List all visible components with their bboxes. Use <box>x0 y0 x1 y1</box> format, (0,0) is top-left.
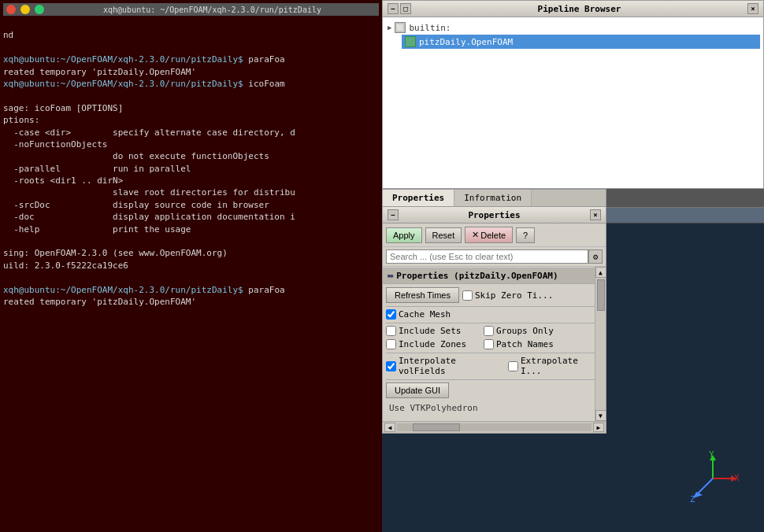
skip-zero-times-row: Skip Zero Ti... <box>462 290 557 301</box>
panel-title-btns-right: × <box>590 209 601 220</box>
interpolate-checkbox[interactable] <box>386 361 396 371</box>
zones-patch-row: Include Zones Patch Names <box>386 339 603 349</box>
x-axis-label: X <box>734 473 740 483</box>
search-row: ⚙ <box>383 247 606 267</box>
patch-names-item: Patch Names <box>484 339 578 349</box>
pipeline-builtin-icon: ⬜ <box>395 22 406 33</box>
props-close-btn[interactable]: × <box>590 209 601 220</box>
update-gui-row: Update GUI <box>386 382 603 398</box>
sets-groups-row: Include Sets Groups Only <box>386 326 603 336</box>
vertical-scrollbar[interactable]: ▲ ▼ <box>595 267 606 421</box>
refresh-times-button[interactable]: Refresh Times <box>386 287 459 303</box>
terminal-panel: xqh@ubuntu: ~/OpenFOAM/xqh-2.3.0/run/pit… <box>0 0 382 532</box>
pipeline-content: ▶ ⬜ builtin: pitzDaily.OpenFOAM <box>383 17 763 188</box>
extrapolate-label: Extrapolate I... <box>521 356 603 376</box>
panel-title-btns-left: − <box>388 209 399 220</box>
patch-names-label: Patch Names <box>496 339 554 349</box>
terminal-content[interactable]: nd xqh@ubuntu:~/OpenFOAM/xqh-2.3.0/run/p… <box>3 17 379 320</box>
include-sets-item: Include Sets <box>386 326 480 336</box>
pipeline-minimize-btn[interactable]: − <box>388 3 399 14</box>
properties-tabs: Properties Information <box>383 190 606 207</box>
scroll-track-h <box>397 423 592 431</box>
scroll-up-btn[interactable]: ▲ <box>595 267 606 278</box>
vtk-row: Use VTKPolyhedron <box>386 401 603 415</box>
divider-3 <box>386 353 603 353</box>
help-button[interactable]: ? <box>516 227 535 243</box>
pipeline-item-pitzDaily[interactable]: pitzDaily.OpenFOAM <box>402 35 760 49</box>
interpolate-extrapolate-row: Interpolate volFields Extrapolate I... <box>386 356 603 376</box>
terminal-maximize-btn[interactable] <box>35 5 44 14</box>
include-sets-checkbox[interactable] <box>386 326 396 336</box>
vtk-label: Use VTKPolyhedron <box>386 401 481 415</box>
cache-mesh-row: Cache Mesh <box>386 309 603 320</box>
tab-information[interactable]: Information <box>454 190 532 206</box>
include-zones-label: Include Zones <box>399 339 466 349</box>
pipeline-browser-title: Pipeline Browser <box>411 4 747 14</box>
delete-label: Delete <box>480 231 506 240</box>
groups-only-item: Groups Only <box>484 326 578 336</box>
terminal-title: xqh@ubuntu: ~/OpenFOAM/xqh-2.3.0/run/pit… <box>49 6 376 14</box>
scroll-right-btn[interactable]: ▶ <box>593 423 604 432</box>
delete-button[interactable]: ✕ Delete <box>465 227 513 243</box>
scroll-down-btn[interactable]: ▼ <box>595 410 606 421</box>
pipeline-item-label-pitzDaily: pitzDaily.OpenFOAM <box>419 37 513 47</box>
apply-button[interactable]: Apply <box>386 227 422 243</box>
properties-panel: Properties Information − Properties × Ap… <box>382 189 606 434</box>
pipeline-close-btn[interactable]: × <box>747 3 758 14</box>
z-axis-label: Z <box>690 494 695 504</box>
section-title: Properties (pitzDaily.OpenFOAM) <box>396 271 558 281</box>
interpolate-item: Interpolate volFields <box>386 356 505 376</box>
horizontal-scrollbar[interactable]: ◀ ▶ <box>383 421 606 433</box>
expand-arrow-icon: ▶ <box>388 24 391 31</box>
refresh-times-row: Refresh Times Skip Zero Ti... <box>386 287 603 303</box>
section-icon: ▬ <box>388 270 393 281</box>
pipeline-item-label-builtin: builtin: <box>409 23 451 33</box>
scroll-left-btn[interactable]: ◀ <box>384 423 395 432</box>
tab-properties[interactable]: Properties <box>383 190 454 206</box>
pipeline-maximize-btn[interactable]: □ <box>400 3 411 14</box>
props-min-btn[interactable]: − <box>388 209 399 220</box>
divider-4 <box>386 379 603 380</box>
pipeline-browser-title-bar: − □ Pipeline Browser × <box>383 1 763 17</box>
update-gui-button[interactable]: Update GUI <box>386 382 449 398</box>
pipeline-browser-panel: − □ Pipeline Browser × ▶ ⬜ builtin: pitz… <box>382 0 764 189</box>
groups-only-checkbox[interactable] <box>484 326 494 336</box>
search-input[interactable] <box>386 249 588 264</box>
terminal-close-btn[interactable] <box>6 5 16 14</box>
pipeline-pitzDaily-icon <box>405 36 416 47</box>
reset-button[interactable]: Reset <box>425 227 462 243</box>
cache-mesh-checkbox-item: Cache Mesh <box>386 309 480 320</box>
groups-only-label: Groups Only <box>496 326 554 336</box>
include-zones-checkbox[interactable] <box>386 339 396 349</box>
terminal-title-bar: xqh@ubuntu: ~/OpenFOAM/xqh-2.3.0/run/pit… <box>3 3 379 16</box>
divider-2 <box>386 323 603 323</box>
search-gear-icon[interactable]: ⚙ <box>588 249 603 264</box>
cache-mesh-label: Cache Mesh <box>399 309 451 320</box>
pipeline-item-builtin[interactable]: ▶ ⬜ builtin: <box>386 20 760 35</box>
terminal-minimize-btn[interactable] <box>20 5 30 14</box>
include-sets-label: Include Sets <box>399 326 461 336</box>
skip-zero-times-checkbox[interactable] <box>462 290 473 301</box>
patch-names-checkbox[interactable] <box>484 339 494 349</box>
properties-content: Refresh Times Skip Zero Ti... Cache Mesh <box>383 284 606 421</box>
properties-sub-title-text: Properties <box>468 210 520 220</box>
divider-1 <box>386 306 603 307</box>
svg-line-4 <box>697 478 713 494</box>
scroll-thumb-h[interactable] <box>413 423 460 431</box>
delete-icon: ✕ <box>472 230 479 240</box>
extrapolate-checkbox[interactable] <box>508 361 518 371</box>
extrapolate-item: Extrapolate I... <box>508 356 603 376</box>
properties-inner: ▬ Properties (pitzDaily.OpenFOAM) Refres… <box>383 267 606 421</box>
y-axis-label: Y <box>709 451 714 460</box>
properties-section-header: ▬ Properties (pitzDaily.OpenFOAM) <box>383 267 606 284</box>
properties-toolbar: Apply Reset ✕ Delete ? <box>383 224 606 247</box>
include-zones-item: Include Zones <box>386 339 480 349</box>
skip-zero-times-label: Skip Zero Ti... <box>475 290 553 301</box>
axis-svg: X Y Z <box>685 451 740 506</box>
interpolate-label: Interpolate volFields <box>399 356 505 376</box>
axis-widget: X Y Z <box>685 451 740 508</box>
scroll-thumb[interactable] <box>597 279 605 311</box>
properties-sub-title-bar: − Properties × <box>383 207 606 224</box>
cache-mesh-checkbox[interactable] <box>386 309 396 320</box>
